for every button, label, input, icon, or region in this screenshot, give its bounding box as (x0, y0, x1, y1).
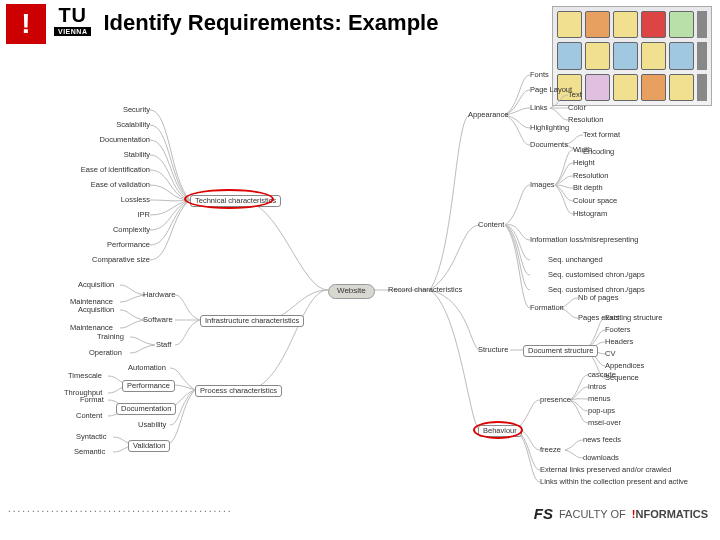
node-fr-1: downloads (583, 454, 619, 462)
node-pagelayout: Page Layout (530, 86, 572, 94)
node-hardware: Hardware (143, 291, 176, 299)
logo-tu: TU VIENNA (54, 4, 91, 36)
node-center: Website (328, 284, 375, 299)
footer-right: FS FACULTY OF !NFORMATICS (534, 505, 708, 522)
node-img-3: Bit depth (573, 184, 603, 192)
node-pr-0: cascade (588, 371, 616, 379)
node-img-4: Colour space (573, 197, 617, 205)
node-staff: Staff (156, 341, 171, 349)
node-lnk-0: Text (568, 91, 582, 99)
node-docstruct: Document structure (523, 345, 598, 357)
node-seq-1: Seq. customised chron./gaps (548, 271, 645, 279)
highlight-behaviour (473, 421, 523, 439)
node-pr-1: intros (588, 383, 606, 391)
node-images: Images (530, 181, 555, 189)
node-tech-1: Scalability (104, 121, 150, 129)
node-ds-1: Footers (605, 326, 630, 334)
node-tech-10: Comparative size (82, 256, 150, 264)
node-tech-2: Documentation (90, 136, 150, 144)
node-software: Software (143, 316, 173, 324)
node-external: External links preserved and/or crawled (540, 466, 671, 474)
node-tech-4: Ease of identification (70, 166, 150, 174)
node-process: Process characteristics (195, 385, 282, 397)
node-img-2: Resolution (573, 172, 608, 180)
node-docu: Documentation (116, 403, 176, 415)
footer-fs-logo: FS (534, 505, 553, 522)
node-tech-3: Stability (115, 151, 150, 159)
node-fr-0: news feeds (583, 436, 621, 444)
node-sw-1: Maintenance (70, 324, 113, 332)
node-structure: Structure (478, 346, 508, 354)
node-ds-3: CV (605, 350, 615, 358)
node-doc-0: Format (80, 396, 104, 404)
footer-dots: ........................................… (8, 503, 233, 514)
node-docfmt-0: Text format (583, 131, 620, 139)
node-img-0: Width (573, 146, 592, 154)
node-infrastructure: Infrastructure characteristics (200, 315, 304, 327)
page-title: Identify Requirements: Example (103, 10, 438, 36)
highlight-technical (184, 189, 274, 209)
node-ds-2: Headers (605, 338, 633, 346)
node-appearance: Appearance (468, 111, 508, 119)
node-tech-5: Ease of validation (78, 181, 150, 189)
node-highlighting: Highlighting (530, 124, 569, 132)
node-validation: Validation (128, 440, 170, 452)
node-automation: Automation (128, 364, 166, 372)
node-pr-3: pop-ups (588, 407, 615, 415)
logo-tu-letters: TU (58, 4, 87, 27)
node-perf-0: Timescale (68, 372, 102, 380)
node-tech-6: Lossless (114, 196, 150, 204)
node-lnk-2: Resolution (568, 116, 603, 124)
node-infoloss: Information loss/misrepresenting (530, 236, 638, 244)
node-doc-1: Content (76, 412, 102, 420)
node-st-1: Operation (89, 349, 122, 357)
node-tech-9: Performance (98, 241, 150, 249)
node-seq-0: Seq. unchanged (548, 256, 603, 264)
node-val-0: Syntactic (76, 433, 106, 441)
node-pr-2: menus (588, 395, 611, 403)
node-usability: Usability (138, 421, 166, 429)
node-linkswithin: Links within the collection present and … (540, 478, 688, 486)
node-lnk-1: Color (568, 104, 586, 112)
node-tech-8: Complexity (104, 226, 150, 234)
node-performance: Performance (122, 380, 175, 392)
node-links: Links (530, 104, 548, 112)
node-sw-0: Acquisition (78, 306, 114, 314)
node-fonts: Fonts (530, 71, 549, 79)
node-hw-0: Acquisition (78, 281, 114, 289)
node-documents: Documents (530, 141, 568, 149)
node-val-1: Semantic (74, 448, 105, 456)
node-img-1: Height (573, 159, 595, 167)
footer-faculty: FACULTY OF (559, 508, 626, 520)
node-record: Record characteristics (388, 286, 462, 294)
node-ds-4: Appendices (605, 362, 644, 370)
logo-tu-city: VIENNA (54, 27, 91, 36)
node-formation: Formation (530, 304, 564, 312)
mindmap: Website Technical characteristics Securi… (0, 50, 720, 490)
node-pr-4: msel-over (588, 419, 621, 427)
node-freeze: freeze (540, 446, 561, 454)
node-st-0: Training (97, 333, 124, 341)
node-tech-7: IPR (132, 211, 150, 219)
node-tech-0: Security (115, 106, 150, 114)
logo-exclaim: ! (6, 4, 46, 44)
node-presence: presence (540, 396, 571, 404)
node-img-5: Histogram (573, 210, 607, 218)
node-content: Content (478, 221, 504, 229)
node-ds-0: Existing structure (605, 314, 663, 322)
node-form-0: Nb of pages (578, 294, 618, 302)
footer-informatics: NFORMATICS (635, 508, 708, 520)
